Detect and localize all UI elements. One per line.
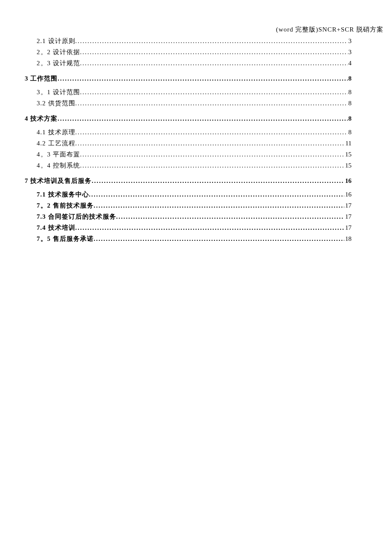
toc-entry-title: 7.1 技术服务中心 bbox=[37, 189, 89, 199]
toc-entry-page: 11 bbox=[345, 138, 352, 148]
toc-entry-page: 8 bbox=[348, 127, 352, 137]
toc-leader-dots bbox=[116, 211, 345, 222]
toc-entry-page: 8 bbox=[348, 98, 352, 108]
toc-entry: 3 工作范围8 bbox=[25, 73, 352, 84]
toc-entry: 3.2 供货范围8 bbox=[37, 98, 352, 108]
toc-leader-dots bbox=[94, 200, 344, 211]
toc-entry-page: 8 bbox=[348, 113, 352, 124]
toc-entry-title: 2。2 设计依据 bbox=[37, 47, 80, 57]
toc-entry-page: 15 bbox=[344, 149, 352, 159]
toc-entry-title: 2.1 设计原则 bbox=[37, 36, 75, 46]
toc-entry-title: 4.1 技术原理 bbox=[37, 127, 75, 137]
toc-leader-dots bbox=[75, 223, 345, 233]
toc-entry: 4。4 控制系统15 bbox=[37, 160, 352, 171]
toc-entry: 4.1 技术原理8 bbox=[37, 127, 352, 137]
toc-entry-title: 7。5 售后服务承诺 bbox=[37, 234, 94, 244]
toc-entry-title: 3.2 供货范围 bbox=[37, 98, 75, 108]
toc-leader-dots bbox=[80, 47, 348, 57]
toc-entry: 3。1 设计范围8 bbox=[37, 87, 352, 97]
toc-entry: 4 技术方案8 bbox=[25, 113, 352, 124]
toc-entry: 7.4 技术培训17 bbox=[37, 223, 352, 233]
toc-entry-page: 17 bbox=[344, 211, 352, 222]
toc-leader-dots bbox=[94, 234, 344, 244]
toc-entry: 7.1 技术服务中心16 bbox=[37, 189, 352, 199]
toc-entry: 7.3 合同签订后的技术服务17 bbox=[37, 211, 352, 222]
toc-entry-title: 4.2 工艺流程 bbox=[37, 138, 75, 148]
table-of-contents: 2.1 设计原则32。2 设计依据32。3 设计规范43 工作范围83。1 设计… bbox=[25, 36, 352, 245]
toc-entry: 7 技术培训及售后服务16 bbox=[25, 176, 352, 186]
toc-entry-page: 15 bbox=[344, 160, 352, 171]
toc-entry-page: 3 bbox=[348, 36, 352, 46]
toc-entry-page: 3 bbox=[348, 47, 352, 57]
toc-entry: 2。2 设计依据3 bbox=[37, 47, 352, 57]
toc-leader-dots bbox=[75, 138, 345, 148]
toc-entry-page: 17 bbox=[344, 200, 352, 211]
toc-entry-title: 7 技术培训及售后服务 bbox=[25, 176, 92, 186]
toc-entry-page: 4 bbox=[348, 58, 352, 68]
toc-entry-title: 7.4 技术培训 bbox=[37, 223, 75, 233]
toc-entry: 7。2 售前技术服务17 bbox=[37, 200, 352, 211]
document-header: (word 完整版)SNCR+SCR 脱硝方案 bbox=[276, 26, 383, 34]
toc-leader-dots bbox=[75, 98, 348, 108]
toc-entry-page: 17 bbox=[344, 223, 352, 233]
toc-entry-title: 4。4 控制系统 bbox=[37, 160, 80, 171]
toc-leader-dots bbox=[75, 127, 348, 137]
toc-entry-page: 16 bbox=[344, 176, 352, 186]
toc-entry-title: 3 工作范围 bbox=[25, 73, 58, 84]
toc-entry: 7。5 售后服务承诺18 bbox=[37, 234, 352, 244]
toc-entry-title: 2。3 设计规范 bbox=[37, 58, 80, 68]
toc-entry-title: 4 技术方案 bbox=[25, 113, 58, 124]
toc-entry: 2。3 设计规范4 bbox=[37, 58, 352, 68]
toc-leader-dots bbox=[92, 176, 344, 186]
toc-leader-dots bbox=[80, 87, 348, 97]
toc-entry: 2.1 设计原则3 bbox=[37, 36, 352, 46]
toc-leader-dots bbox=[58, 113, 347, 124]
toc-leader-dots bbox=[89, 189, 345, 199]
toc-leader-dots bbox=[75, 36, 348, 46]
toc-leader-dots bbox=[80, 149, 344, 159]
toc-entry: 4。3 平面布置15 bbox=[37, 149, 352, 159]
toc-entry: 4.2 工艺流程11 bbox=[37, 138, 352, 148]
toc-entry-title: 3。1 设计范围 bbox=[37, 87, 80, 97]
toc-leader-dots bbox=[58, 73, 347, 84]
toc-entry-title: 4。3 平面布置 bbox=[37, 149, 80, 159]
toc-entry-title: 7。2 售前技术服务 bbox=[37, 200, 94, 211]
toc-leader-dots bbox=[80, 160, 344, 171]
toc-leader-dots bbox=[80, 58, 348, 68]
toc-entry-page: 8 bbox=[348, 87, 352, 97]
toc-entry-page: 16 bbox=[344, 189, 352, 199]
toc-entry-title: 7.3 合同签订后的技术服务 bbox=[37, 211, 116, 222]
toc-entry-page: 8 bbox=[348, 73, 352, 84]
toc-entry-page: 18 bbox=[344, 234, 352, 244]
